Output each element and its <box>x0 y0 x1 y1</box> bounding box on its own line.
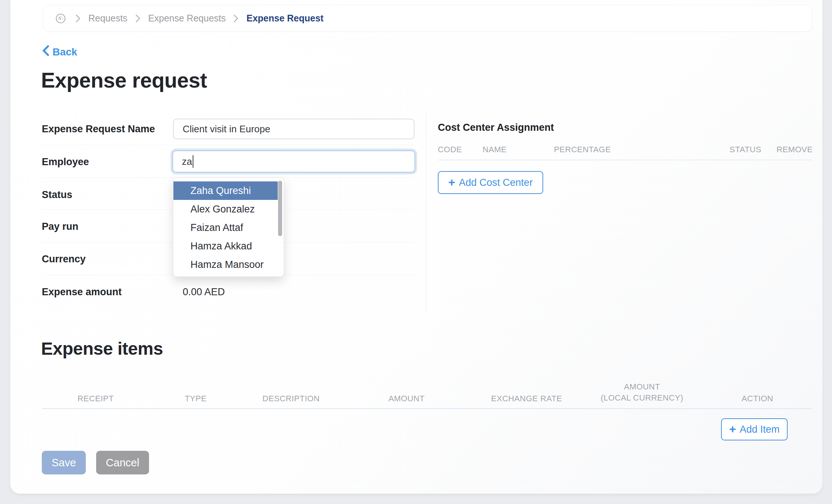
cc-col-remove: REMOVE <box>777 145 811 154</box>
expense-request-name-input[interactable]: Client visit in Europe <box>173 119 415 139</box>
add-cost-center-button[interactable]: + Add Cost Center <box>438 171 543 194</box>
ei-col-description: DESCRIPTION <box>242 394 340 406</box>
cost-center-table-header: CODE NAME PERCENTAGE STATUS REMOVE <box>438 145 811 154</box>
expense-amount-value: 0.00 AED <box>183 286 225 298</box>
ei-col-amount-local-currency: AMOUNT (LOCAL CURRENCY) <box>581 381 704 406</box>
dropdown-scrollbar[interactable] <box>278 181 282 236</box>
chevron-left-icon <box>42 45 50 59</box>
employee-input[interactable]: za <box>172 150 415 173</box>
back-label: Back <box>53 46 77 58</box>
expense-items-table-header: RECEIPT TYPE DESCRIPTION AMOUNT EXCHANGE… <box>42 380 811 406</box>
dropdown-option[interactable]: Hamza Mansoor <box>173 255 278 274</box>
employee-input-value: za <box>182 156 192 167</box>
breadcrumb-current: Expense Request <box>246 13 323 24</box>
cost-center-title: Cost Center Assignment <box>438 122 554 133</box>
expense-items-title: Expense items <box>41 338 163 359</box>
plus-icon: + <box>448 176 455 188</box>
ei-col-amount: AMOUNT <box>340 394 473 406</box>
label-expense-amount: Expense amount <box>42 286 122 298</box>
cc-col-percentage: PERCENTAGE <box>554 145 730 154</box>
breadcrumb-item-expense-requests[interactable]: Expense Requests <box>148 13 226 24</box>
ei-col-exchange-rate: EXCHANGE RATE <box>473 394 580 406</box>
chevron-right-icon <box>135 14 141 23</box>
save-button[interactable]: Save <box>42 451 86 474</box>
text-caret <box>193 155 193 168</box>
ei-col-action: ACTION <box>704 394 811 406</box>
breadcrumb: Requests Expense Requests Expense Reques… <box>43 5 812 32</box>
label-employee: Employee <box>42 156 89 168</box>
label-status: Status <box>42 189 72 201</box>
ei-col-receipt: RECEIPT <box>42 394 149 406</box>
row-divider <box>42 145 415 145</box>
dropdown-option[interactable]: Faizan Attaf <box>173 218 278 237</box>
add-cost-center-label: Add Cost Center <box>459 177 533 188</box>
employee-dropdown: Zaha Qureshi Alex Gonzalez Faizan Attaf … <box>173 178 284 277</box>
expense-request-name-value: Client visit in Europe <box>183 123 270 135</box>
dropdown-option[interactable]: Alex Gonzalez <box>173 200 278 218</box>
expense-items-header-divider <box>42 408 811 409</box>
chevron-right-icon <box>233 14 239 23</box>
cc-col-code: CODE <box>438 145 483 154</box>
cancel-button[interactable]: Cancel <box>96 451 149 474</box>
dropdown-option[interactable]: Hamza Akkad <box>173 237 278 255</box>
ei-col-type: TYPE <box>149 394 242 406</box>
cc-col-name: NAME <box>483 145 554 154</box>
chevron-right-icon <box>75 14 81 23</box>
back-button[interactable]: Back <box>42 45 77 59</box>
dashboard-gauge-icon[interactable] <box>55 13 66 24</box>
add-item-button[interactable]: + Add Item <box>721 418 788 440</box>
page-title: Expense request <box>41 68 207 92</box>
breadcrumb-item-requests[interactable]: Requests <box>88 13 128 24</box>
cc-col-status: STATUS <box>730 145 777 154</box>
column-divider <box>426 113 426 313</box>
cost-center-header-divider <box>438 160 811 160</box>
main-card: Requests Expense Requests Expense Reques… <box>10 0 822 494</box>
dropdown-option[interactable]: Zaha Qureshi <box>173 181 278 200</box>
label-expense-request-name: Expense Request Name <box>42 123 155 135</box>
add-item-label: Add Item <box>740 424 779 435</box>
plus-icon: + <box>729 423 736 435</box>
label-currency: Currency <box>42 253 86 265</box>
label-pay-run: Pay run <box>42 221 78 232</box>
